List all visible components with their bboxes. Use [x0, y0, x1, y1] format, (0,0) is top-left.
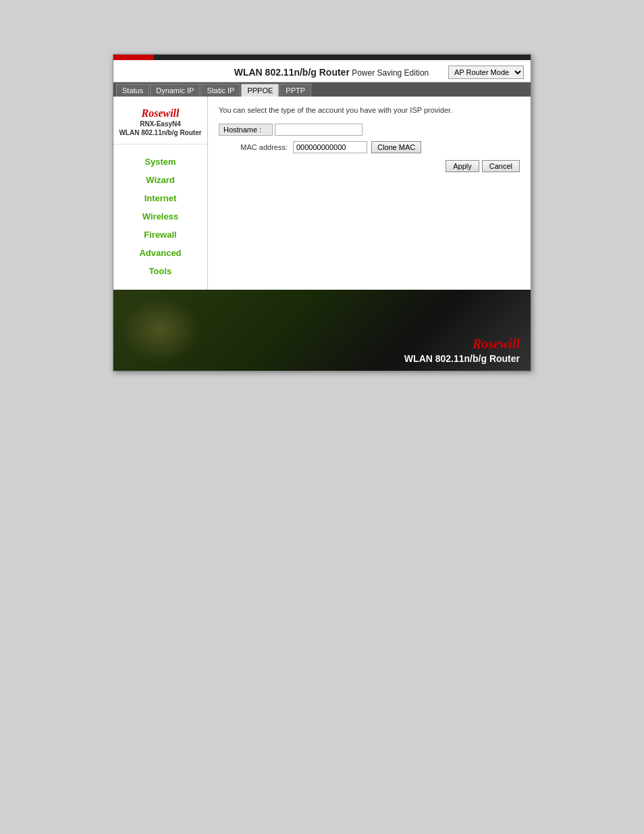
- header-title-section: WLAN 802.11n/b/g Router Power Saving Edi…: [215, 67, 448, 78]
- tab-pppoe[interactable]: PPPOE: [241, 84, 279, 97]
- form-actions: Apply Cancel: [219, 160, 520, 172]
- content-area: You can select the type of the account y…: [208, 97, 531, 290]
- sidebar-nav: System Wizard Internet Wireless Firewall…: [113, 150, 207, 283]
- content-description: You can select the type of the account y…: [219, 106, 520, 114]
- router-ui: WLAN 802.11n/b/g Router Power Saving Edi…: [113, 54, 531, 371]
- mac-address-row: MAC address: Clone MAC: [219, 141, 520, 153]
- sidebar-model: RNX-EasyN4 WLAN 802.11n/b/g Router: [116, 120, 205, 137]
- nav-tabs: Status Dynamic IP Static IP PPPOE PPTP: [113, 82, 531, 97]
- tab-status[interactable]: Status: [116, 84, 149, 97]
- tab-static-ip[interactable]: Static IP: [200, 84, 240, 97]
- sidebar-logo-section: Rosewill RNX-EasyN4 WLAN 802.11n/b/g Rou…: [113, 103, 207, 145]
- mac-address-input[interactable]: [293, 141, 367, 153]
- header-title: WLAN 802.11n/b/g Router Power Saving Edi…: [234, 67, 429, 78]
- header-title-light: Power Saving Edition: [350, 68, 429, 78]
- main-area: Rosewill RNX-EasyN4 WLAN 802.11n/b/g Rou…: [113, 97, 531, 290]
- sidebar-item-wizard[interactable]: Wizard: [113, 172, 207, 188]
- apply-button[interactable]: Apply: [446, 160, 479, 172]
- sidebar-model-line2: WLAN 802.11n/b/g Router: [119, 129, 201, 136]
- sidebar-logo-text: Rosewill: [116, 107, 205, 120]
- sidebar-item-tools[interactable]: Tools: [113, 263, 207, 279]
- footer-area: Rosewill WLAN 802.11n/b/g Router: [113, 290, 531, 371]
- footer-model-text: WLAN 802.11n/b/g Router: [404, 353, 520, 364]
- footer-logo-text: Rosewill: [404, 336, 520, 352]
- form-table: Hostname : MAC address: Clone MAC: [219, 124, 520, 153]
- footer-logo-section: Rosewill WLAN 802.11n/b/g Router: [404, 336, 520, 364]
- sidebar-item-wireless[interactable]: Wireless: [113, 209, 207, 224]
- mode-select-wrapper[interactable]: AP Router Mode AP Mode Client Mode: [448, 66, 524, 79]
- hostname-label: Hostname :: [219, 124, 273, 136]
- sidebar-item-internet[interactable]: Internet: [113, 190, 207, 206]
- clone-mac-button[interactable]: Clone MAC: [371, 141, 421, 153]
- tab-dynamic-ip[interactable]: Dynamic IP: [150, 84, 200, 97]
- hostname-input[interactable]: [275, 124, 363, 136]
- hostname-row: Hostname :: [219, 124, 520, 136]
- sidebar-item-system[interactable]: System: [113, 154, 207, 170]
- header-area: WLAN 802.11n/b/g Router Power Saving Edi…: [113, 60, 531, 82]
- sidebar: Rosewill RNX-EasyN4 WLAN 802.11n/b/g Rou…: [113, 97, 208, 290]
- mac-label: MAC address:: [219, 143, 293, 151]
- cancel-button[interactable]: Cancel: [482, 160, 520, 172]
- mode-select[interactable]: AP Router Mode AP Mode Client Mode: [448, 66, 524, 79]
- sidebar-item-advanced[interactable]: Advanced: [113, 245, 207, 261]
- sidebar-model-line1: RNX-EasyN4: [140, 120, 181, 128]
- top-bar: [113, 55, 531, 60]
- tab-pptp[interactable]: PPTP: [279, 84, 311, 97]
- header-title-bold: WLAN 802.11n/b/g Router: [234, 67, 350, 78]
- sidebar-item-firewall[interactable]: Firewall: [113, 227, 207, 242]
